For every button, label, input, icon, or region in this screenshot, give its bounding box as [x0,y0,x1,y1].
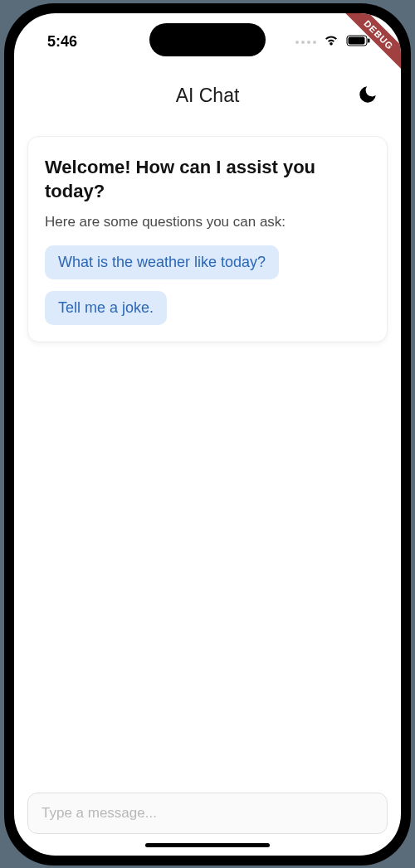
page-title: AI Chat [176,85,240,107]
battery-icon [346,35,371,50]
home-indicator [145,843,270,847]
svg-rect-2 [368,38,370,42]
welcome-title: Welcome! How can I assist you today? [45,155,370,204]
welcome-card: Welcome! How can I assist you today? Her… [27,136,388,342]
svg-rect-1 [349,36,365,44]
message-input[interactable] [27,793,388,834]
suggestion-chip[interactable]: What is the weather like today? [45,245,279,279]
wifi-icon [323,34,339,51]
suggestion-chips: What is the weather like today? Tell me … [45,245,370,325]
suggestion-chip[interactable]: Tell me a joke. [45,291,167,325]
cellular-dots-icon [295,41,316,44]
theme-toggle-button[interactable] [351,80,384,113]
status-time: 5:46 [47,33,77,51]
moon-icon [357,84,378,109]
welcome-subtitle: Here are some questions you can ask: [45,214,370,230]
notch [149,23,266,56]
phone-screen: DEBUG 5:46 [14,13,401,856]
status-right [295,34,371,51]
phone-frame: DEBUG 5:46 [4,3,411,866]
chat-content: Welcome! How can I assist you today? Her… [14,119,401,784]
app-bar: AI Chat [14,73,401,119]
